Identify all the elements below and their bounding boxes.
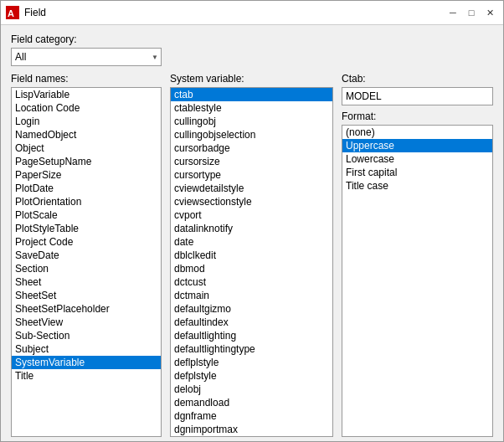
list-item[interactable]: ctab xyxy=(171,88,332,101)
system-variable-list[interactable]: ctabctablestylecullingobjcullingobjselec… xyxy=(170,87,333,437)
list-item[interactable]: Location Code xyxy=(12,101,161,115)
list-item[interactable]: PageSetupName xyxy=(12,155,161,168)
list-item[interactable]: SheetSet xyxy=(12,289,161,302)
list-item[interactable]: defplstyle xyxy=(171,369,332,383)
title-bar-left: A Field xyxy=(6,6,46,19)
list-item[interactable]: defaultindex xyxy=(171,316,332,329)
system-variable-column: System variable: ctabctablestylecullingo… xyxy=(170,73,333,437)
field-dialog: A Field ─ □ ✕ Field category: All Field … xyxy=(0,0,504,442)
list-item[interactable]: datalinknotify xyxy=(171,222,332,235)
title-bar: A Field ─ □ ✕ xyxy=(1,1,503,25)
list-item[interactable]: SaveDate xyxy=(12,249,161,262)
list-item[interactable]: cursortype xyxy=(171,168,332,182)
list-item[interactable]: ctablestyle xyxy=(171,101,332,115)
list-item[interactable]: cullingobjselection xyxy=(171,128,332,141)
list-item[interactable]: PlotOrientation xyxy=(12,195,161,208)
list-item[interactable]: SheetView xyxy=(12,316,161,329)
list-item[interactable]: cviewdetailstyle xyxy=(171,182,332,195)
list-item[interactable]: (none) xyxy=(342,126,492,139)
svg-text:A: A xyxy=(8,8,14,18)
field-category-label: Field category: xyxy=(11,33,493,45)
list-item[interactable]: Section xyxy=(12,262,161,275)
list-item[interactable]: dgnframe xyxy=(171,409,332,423)
list-item[interactable]: Sheet xyxy=(12,275,161,289)
app-icon: A xyxy=(6,6,19,19)
list-item[interactable]: defaultgizmo xyxy=(171,302,332,316)
list-item[interactable]: Subject xyxy=(12,342,161,356)
dialog-title: Field xyxy=(24,7,46,18)
list-item[interactable]: PlotScale xyxy=(12,208,161,222)
list-item[interactable]: defaultlighting xyxy=(171,329,332,342)
list-item[interactable]: cullingobj xyxy=(171,115,332,128)
list-item[interactable]: dgnimportmax xyxy=(171,423,332,436)
three-column-area: Field names: LispVariableLocation CodeLo… xyxy=(11,73,493,437)
field-category-select[interactable]: All xyxy=(11,48,162,66)
list-item[interactable]: dctmain xyxy=(171,289,332,302)
list-item[interactable]: Project Code xyxy=(12,235,161,249)
list-item[interactable]: PlotDate xyxy=(12,182,161,195)
list-item[interactable]: deflplstyle xyxy=(171,356,332,369)
ctab-label: Ctab: xyxy=(342,73,493,85)
list-item[interactable]: Object xyxy=(12,141,161,155)
list-item[interactable]: Uppercase xyxy=(342,139,492,152)
field-names-label: Field names: xyxy=(11,73,162,85)
list-item[interactable]: SystemVariable xyxy=(12,356,161,369)
field-names-column: Field names: LispVariableLocation CodeLo… xyxy=(11,73,162,437)
right-column: Ctab: Format: (none)UppercaseLowercaseFi… xyxy=(342,73,493,437)
dialog-content: Field category: All Field names: LispVar… xyxy=(1,25,503,442)
format-label: Format: xyxy=(342,110,493,122)
list-item[interactable]: SheetSetPlaceholder xyxy=(12,302,161,316)
list-item[interactable]: cursorbadge xyxy=(171,141,332,155)
list-item[interactable]: LispVariable xyxy=(12,88,161,101)
field-names-list[interactable]: LispVariableLocation CodeLoginNamedObjec… xyxy=(11,87,162,437)
format-list[interactable]: (none)UppercaseLowercaseFirst capitalTit… xyxy=(342,125,493,437)
list-item[interactable]: Title xyxy=(12,369,161,383)
title-buttons: ─ □ ✕ xyxy=(445,4,498,21)
list-item[interactable]: PlotStyleTable xyxy=(12,222,161,235)
list-item[interactable]: Sub-Section xyxy=(12,329,161,342)
list-item[interactable]: First capital xyxy=(342,166,492,179)
list-item[interactable]: PaperSize xyxy=(12,168,161,182)
list-item[interactable]: cviewsectionstyle xyxy=(171,195,332,208)
list-item[interactable]: cvport xyxy=(171,208,332,222)
minimize-button[interactable]: ─ xyxy=(445,4,461,21)
list-item[interactable]: cursorsize xyxy=(171,155,332,168)
list-item[interactable]: NamedObject xyxy=(12,128,161,141)
list-item[interactable]: dblclkedit xyxy=(171,249,332,262)
list-item[interactable]: Login xyxy=(12,115,161,128)
ctab-input[interactable] xyxy=(342,87,493,105)
list-item[interactable]: Title case xyxy=(342,179,492,193)
list-item[interactable]: delobj xyxy=(171,383,332,396)
field-category-combo-wrapper: All xyxy=(11,48,162,66)
maximize-button[interactable]: □ xyxy=(463,4,480,21)
list-item[interactable]: defaultlightingtype xyxy=(171,342,332,356)
list-item[interactable]: demandload xyxy=(171,396,332,409)
list-item[interactable]: dctcust xyxy=(171,275,332,289)
field-category-section: Field category: All xyxy=(11,33,493,66)
close-button[interactable]: ✕ xyxy=(481,4,498,21)
list-item[interactable]: date xyxy=(171,235,332,249)
list-item[interactable]: Lowercase xyxy=(342,152,492,166)
system-variable-label: System variable: xyxy=(170,73,333,85)
list-item[interactable]: dbmod xyxy=(171,262,332,275)
